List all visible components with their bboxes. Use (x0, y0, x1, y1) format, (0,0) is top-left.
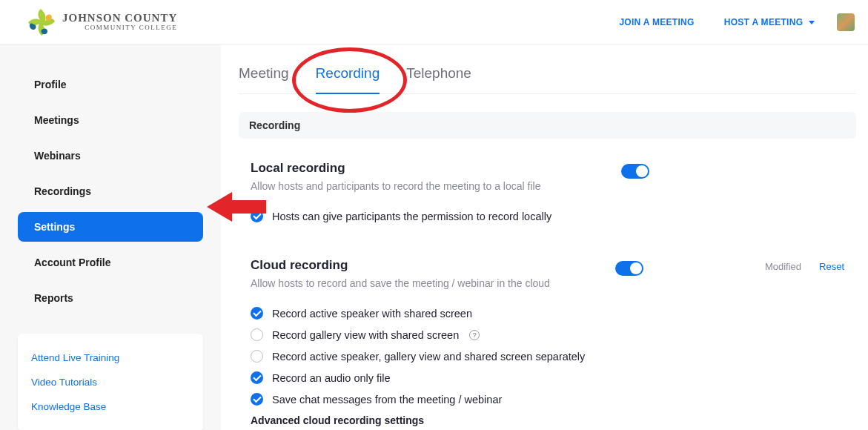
option-active-speaker[interactable]: Record active speaker with shared screen (251, 302, 615, 324)
modified-label: Modified (765, 261, 801, 272)
help-link-live-training[interactable]: Attend Live Training (31, 345, 190, 370)
help-link-knowledge-base[interactable]: Knowledge Base (31, 394, 190, 419)
advanced-cloud-title: Advanced cloud recording settings (251, 410, 615, 426)
tab-telephone[interactable]: Telephone (406, 65, 471, 93)
toggle-local-recording[interactable] (621, 164, 649, 179)
cloud-recording-desc: Allow hosts to record and save the meeti… (251, 277, 615, 289)
option-label: Record an audio only file (272, 372, 391, 384)
option-label: Save chat messages from the meeting / we… (272, 394, 502, 406)
setting-local-recording: Local recording Allow hosts and particip… (239, 153, 856, 251)
option-label: Record active speaker, gallery view and … (272, 351, 585, 363)
option-label: Record active speaker with shared screen (272, 308, 472, 320)
help-link-video-tutorials[interactable]: Video Tutorials (31, 370, 190, 394)
logo-text: JOHNSON COUNTY COMMUNITY COLLEGE (62, 13, 177, 31)
option-audio-only[interactable]: Record an audio only file (251, 367, 615, 388)
tabs: Meeting Recording Telephone (239, 65, 856, 94)
logo-icon (25, 7, 56, 37)
logo[interactable]: JOHNSON COUNTY COMMUNITY COLLEGE (25, 7, 177, 37)
join-meeting-link[interactable]: JOIN A MEETING (619, 17, 694, 27)
layout: Profile Meetings Webinars Recordings Set… (0, 44, 868, 430)
caret-down-icon (809, 21, 815, 24)
local-recording-desc: Allow hosts and participants to record t… (251, 180, 621, 192)
option-separately[interactable]: Record active speaker, gallery view and … (251, 345, 615, 367)
header: JOHNSON COUNTY COMMUNITY COLLEGE JOIN A … (0, 0, 868, 44)
tab-meeting[interactable]: Meeting (239, 65, 289, 93)
section-header-recording: Recording (239, 112, 856, 139)
setting-cloud-recording: Cloud recording Allow hosts to record an… (239, 251, 856, 426)
option-label: Record gallery view with shared screen (272, 329, 459, 341)
checkbox-unchecked-icon (251, 328, 263, 341)
reset-link[interactable]: Reset (819, 261, 844, 272)
option-hosts-permission[interactable]: Hosts can give participants the permissi… (251, 205, 621, 227)
main: Meeting Recording Telephone Recording Lo… (221, 44, 868, 430)
help-card: Attend Live Training Video Tutorials Kno… (18, 334, 203, 430)
info-icon[interactable]: ? (469, 330, 480, 340)
checkbox-checked-icon (251, 393, 263, 406)
sidebar-item-account-profile[interactable]: Account Profile (18, 248, 203, 277)
checkbox-checked-icon (251, 210, 263, 222)
cloud-recording-title: Cloud recording (251, 258, 615, 273)
checkbox-unchecked-icon (251, 350, 263, 363)
checkbox-checked-icon (251, 371, 263, 384)
option-label: Hosts can give participants the permissi… (272, 211, 551, 222)
host-meeting-label: HOST A MEETING (724, 17, 804, 27)
option-gallery-view[interactable]: Record gallery view with shared screen ? (251, 324, 615, 345)
sidebar: Profile Meetings Webinars Recordings Set… (0, 44, 221, 430)
option-save-chat[interactable]: Save chat messages from the meeting / we… (251, 388, 615, 410)
toggle-cloud-recording[interactable] (615, 261, 643, 276)
tab-recording[interactable]: Recording (316, 65, 380, 93)
sidebar-item-settings[interactable]: Settings (18, 212, 203, 242)
avatar[interactable] (837, 13, 855, 31)
sidebar-item-webinars[interactable]: Webinars (18, 141, 203, 171)
host-meeting-dropdown[interactable]: HOST A MEETING (724, 17, 815, 27)
sidebar-item-reports[interactable]: Reports (18, 283, 203, 313)
local-recording-title: Local recording (251, 161, 621, 176)
sidebar-item-meetings[interactable]: Meetings (18, 105, 203, 135)
checkbox-checked-icon (251, 307, 263, 320)
sidebar-item-profile[interactable]: Profile (18, 70, 203, 99)
sidebar-item-recordings[interactable]: Recordings (18, 176, 203, 206)
